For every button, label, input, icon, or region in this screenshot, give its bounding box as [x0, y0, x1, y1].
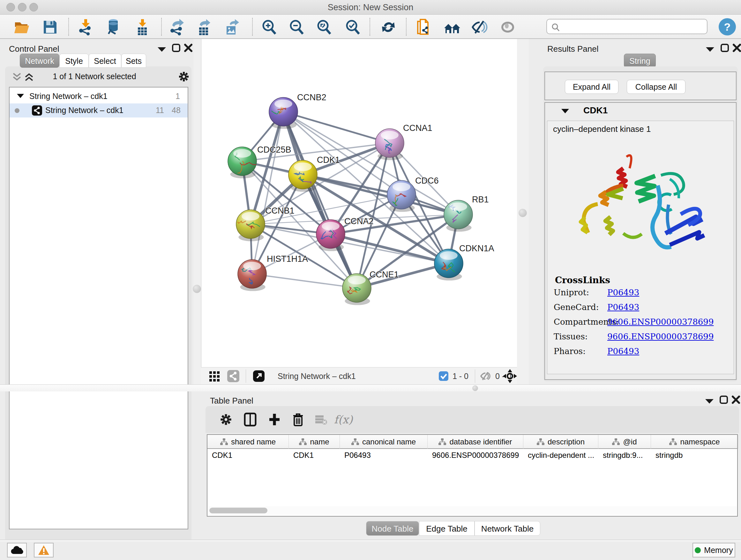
tab-string[interactable]: String — [624, 54, 656, 68]
node-HIST1H1A[interactable]: HIST1H1A — [238, 254, 308, 291]
panel-menu-icon[interactable] — [704, 398, 714, 404]
network-graph[interactable]: CCNB2CCNA1CDC25BCDK1CDC6RB1CCNB1CCNA2CDK… — [201, 39, 517, 367]
crosslink-link[interactable]: P06493 — [607, 288, 639, 297]
node-CCNB2[interactable]: CCNB2 — [269, 92, 327, 129]
tab-network[interactable]: Network — [20, 54, 59, 68]
network-row-selected[interactable]: String Network – cdk1 11 48 — [10, 104, 188, 118]
delete-column-button[interactable] — [289, 411, 307, 428]
gear-icon[interactable] — [178, 71, 190, 82]
left-splitter[interactable] — [193, 39, 201, 384]
detach-view-icon[interactable] — [253, 370, 265, 382]
node-table[interactable]: shared namenamecanonical namedatabase id… — [207, 434, 738, 516]
export-image-button[interactable] — [223, 18, 241, 37]
hidden-eye-slash-icon[interactable] — [479, 371, 491, 381]
close-panel-icon[interactable] — [731, 395, 740, 404]
crosslink-link[interactable]: P06493 — [607, 347, 639, 356]
column-header-canonical-name[interactable]: canonical name — [340, 435, 428, 449]
float-panel-icon[interactable] — [172, 44, 181, 52]
node-CCNA1[interactable]: CCNA1 — [375, 123, 432, 160]
node-CCNA2[interactable]: CCNA2 — [316, 216, 374, 251]
cell-namespace[interactable]: stringdb — [651, 451, 738, 463]
tab-network-table[interactable]: Network Table — [475, 521, 540, 536]
horizontal-splitter[interactable] — [0, 384, 741, 391]
birds-eye-view-icon[interactable] — [503, 369, 517, 383]
cell-shared-name[interactable]: CDK1 — [207, 451, 289, 463]
help-button[interactable]: ? — [719, 18, 736, 36]
cell-database-identifier[interactable]: 9606.ENSP00000378699 — [428, 451, 523, 463]
column-header-shared-name[interactable]: shared name — [207, 435, 289, 449]
open-session-button[interactable] — [13, 18, 31, 37]
node-CCNE1[interactable]: CCNE1 — [342, 270, 399, 305]
cell-canonical-name[interactable]: P06493 — [340, 451, 428, 463]
search-input[interactable] — [546, 19, 708, 34]
float-panel-icon[interactable] — [719, 395, 728, 404]
panel-menu-icon[interactable] — [705, 47, 715, 52]
column-header-name[interactable]: name — [289, 435, 340, 449]
export-table-button[interactable] — [195, 18, 213, 37]
close-panel-icon[interactable] — [184, 44, 193, 52]
memory-button[interactable]: Memory — [692, 543, 735, 557]
delete-table-button[interactable] — [312, 411, 330, 428]
import-table-button[interactable] — [133, 18, 152, 37]
edge-HIST1H1A-CCNE1[interactable] — [252, 274, 357, 288]
network-view-share-icon[interactable] — [227, 370, 239, 382]
import-network-from-database-button[interactable] — [104, 18, 123, 37]
right-splitter[interactable] — [517, 39, 529, 384]
cloud-button[interactable] — [7, 543, 27, 557]
close-panel-icon[interactable] — [732, 44, 741, 52]
network-collection-row[interactable]: String Network – cdk1 1 — [10, 89, 188, 104]
show-panel-button[interactable] — [498, 18, 517, 37]
crosslink-link[interactable]: 9606.ENSP00000378699 — [607, 332, 714, 341]
splitter-grip[interactable] — [472, 385, 478, 391]
function-builder-button[interactable]: f(x) — [334, 411, 352, 428]
home-button[interactable] — [443, 18, 461, 37]
node-CDC25B[interactable]: CDC25B — [228, 145, 291, 179]
cell-description[interactable]: cyclin-dependent ... — [523, 451, 598, 463]
node-CDK1[interactable]: CDK1 — [288, 155, 340, 192]
zoom-selected-button[interactable] — [343, 18, 362, 37]
node-RB1[interactable]: RB1 — [444, 195, 489, 232]
expand-all-button[interactable]: Expand All — [565, 80, 618, 94]
add-column-button[interactable] — [266, 411, 283, 428]
clone-network-button[interactable] — [415, 18, 433, 37]
column-header-namespace[interactable]: namespace — [651, 435, 738, 449]
save-session-button[interactable] — [41, 18, 59, 37]
expand-all-icon[interactable] — [24, 72, 34, 82]
zoom-fit-button[interactable] — [315, 18, 333, 37]
crosslink-link[interactable]: 9606.ENSP00000378699 — [607, 317, 714, 327]
tab-edge-table[interactable]: Edge Table — [419, 521, 475, 536]
section-collapse-icon[interactable] — [561, 109, 569, 114]
cell-@id[interactable]: stringdb:9... — [598, 451, 651, 463]
export-network-button[interactable] — [168, 18, 186, 37]
scrollbar-thumb[interactable] — [209, 508, 267, 513]
horizontal-scrollbar[interactable] — [208, 506, 737, 515]
zoom-in-button[interactable] — [260, 18, 278, 37]
edge-CCNB2-HIST1H1A[interactable] — [252, 112, 283, 274]
crosslink-link[interactable]: P06493 — [607, 302, 639, 312]
edge-CCNB2-CCNA1[interactable] — [283, 112, 390, 143]
float-panel-icon[interactable] — [720, 44, 729, 52]
node-CDKN1A[interactable]: CDKN1A — [434, 244, 494, 281]
table-settings-button[interactable] — [217, 411, 235, 428]
selected-checkbox-icon[interactable] — [439, 371, 449, 381]
zoom-out-button[interactable] — [287, 18, 306, 37]
network-canvas[interactable]: CCNB2CCNA1CDC25BCDK1CDC6RB1CCNB1CCNA2CDK… — [201, 39, 517, 367]
hide-panels-button[interactable] — [470, 18, 489, 37]
grid-view-icon[interactable] — [209, 371, 220, 382]
cell-name[interactable]: CDK1 — [289, 451, 340, 463]
import-network-button[interactable] — [77, 18, 95, 37]
splitter-grip[interactable] — [193, 285, 201, 293]
warning-button[interactable] — [34, 543, 54, 557]
tab-node-table[interactable]: Node Table — [366, 521, 419, 536]
refresh-button[interactable] — [379, 18, 398, 37]
collapse-all-icon[interactable] — [12, 72, 22, 82]
tab-style[interactable]: Style — [59, 54, 89, 68]
show-columns-button[interactable] — [241, 411, 259, 428]
tab-sets[interactable]: Sets — [121, 54, 146, 68]
collapse-triangle-icon[interactable] — [17, 94, 24, 99]
column-header-database-identifier[interactable]: database identifier — [428, 435, 523, 449]
tab-select[interactable]: Select — [89, 54, 121, 68]
panel-menu-icon[interactable] — [157, 47, 166, 52]
splitter-grip[interactable] — [519, 209, 527, 217]
column-header-@id[interactable]: @id — [598, 435, 651, 449]
